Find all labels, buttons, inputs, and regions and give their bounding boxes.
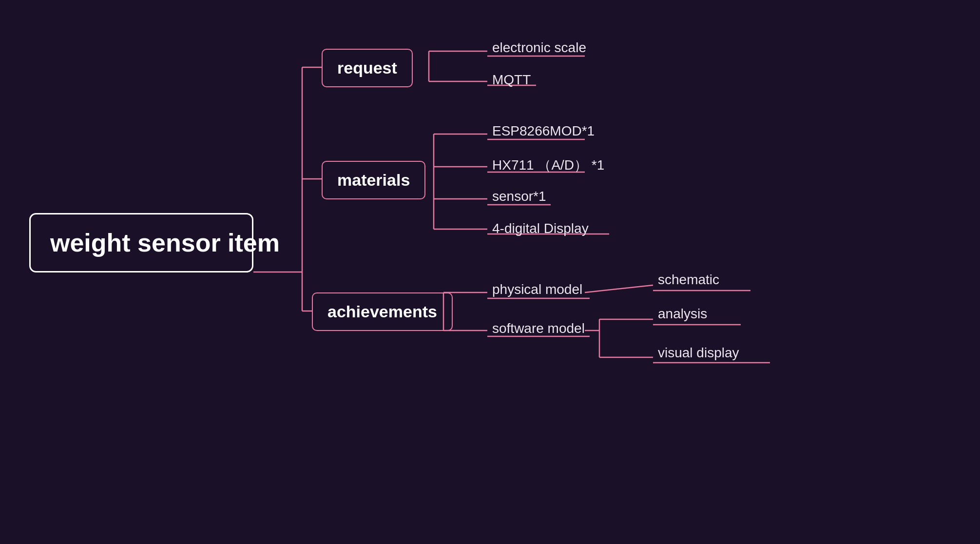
leaf-physical-model: physical model bbox=[492, 282, 582, 297]
branch-materials: materials bbox=[322, 161, 425, 199]
leaf-electronic-scale: electronic scale bbox=[492, 40, 586, 56]
leaf-hx711: HX711 （A/D） *1 bbox=[492, 156, 604, 175]
branch-request: request bbox=[322, 49, 413, 87]
leaf-mqtt: MQTT bbox=[492, 72, 531, 88]
mind-map: weight sensor item request materials ach… bbox=[0, 0, 980, 544]
leaf-sensor: sensor*1 bbox=[492, 189, 546, 204]
root-label: weight sensor item bbox=[50, 229, 280, 257]
branch-achievements: achievements bbox=[312, 292, 453, 331]
root-node: weight sensor item bbox=[29, 213, 253, 272]
leaf-visual-display: visual display bbox=[658, 345, 739, 361]
branch-achievements-label: achievements bbox=[327, 302, 437, 321]
leaf-esp8266: ESP8266MOD*1 bbox=[492, 123, 595, 139]
svg-line-16 bbox=[585, 285, 653, 292]
branch-request-label: request bbox=[337, 58, 397, 77]
leaf-display: 4-digital Display bbox=[492, 221, 589, 236]
leaf-analysis: analysis bbox=[658, 306, 707, 322]
leaf-schematic: schematic bbox=[658, 272, 719, 288]
branch-materials-label: materials bbox=[337, 171, 410, 189]
leaf-software-model: software model bbox=[492, 321, 585, 336]
